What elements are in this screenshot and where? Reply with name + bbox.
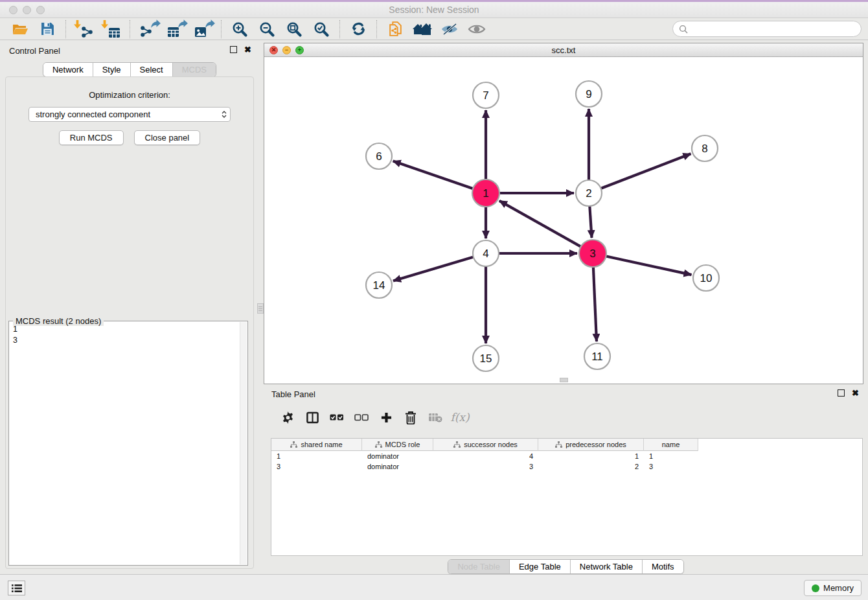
table-cell[interactable]: 1: [271, 452, 362, 460]
maximize-view-button[interactable]: +: [295, 46, 304, 54]
refresh-view-button[interactable]: [345, 19, 372, 39]
search-input[interactable]: [691, 24, 855, 34]
table-cell[interactable]: 1: [538, 452, 644, 460]
network-window-grip[interactable]: [560, 378, 568, 382]
zoom-selected-button[interactable]: [308, 19, 335, 39]
zoom-in-button[interactable]: [226, 19, 253, 39]
table-cell[interactable]: 3: [644, 463, 698, 470]
graph-node-2[interactable]: 2: [576, 180, 602, 206]
graph-edge-3-1[interactable]: [499, 201, 582, 248]
show-columns-button[interactable]: [300, 408, 325, 427]
plus-icon: [381, 412, 392, 423]
graph-node-4[interactable]: 4: [473, 240, 499, 266]
table-cell[interactable]: dominator: [362, 452, 433, 460]
close-window-button[interactable]: [9, 6, 17, 14]
deselect-all-button[interactable]: [349, 408, 374, 427]
network-canvas[interactable]: 7968124314101511: [264, 57, 863, 384]
eye-slash-icon: [440, 23, 459, 36]
graph-node-9[interactable]: 9: [576, 81, 602, 107]
minimize-window-button[interactable]: [23, 6, 31, 14]
memory-button[interactable]: Memory: [804, 580, 862, 596]
panel-splitter-grip[interactable]: [257, 303, 264, 314]
export-image-button[interactable]: [189, 19, 216, 39]
delete-column-button[interactable]: [398, 408, 423, 427]
float-panel-icon[interactable]: [230, 46, 237, 53]
column-header-name[interactable]: name: [644, 439, 698, 451]
column-header-MCDS-role[interactable]: MCDS role: [362, 439, 433, 451]
graph-edge-1-6[interactable]: [393, 161, 474, 189]
tab-node-table[interactable]: Node Table: [448, 560, 510, 573]
table-panel-controls: ✖: [838, 389, 859, 397]
function-builder-button[interactable]: f(x): [448, 408, 472, 427]
close-view-button[interactable]: ✕: [269, 46, 278, 54]
table-row[interactable]: 3dominator323: [271, 461, 862, 472]
tab-motifs[interactable]: Motifs: [643, 560, 683, 573]
float-panel-icon[interactable]: [838, 389, 845, 397]
select-all-button[interactable]: [325, 408, 349, 427]
show-all-button[interactable]: [463, 19, 490, 39]
tab-edge-table[interactable]: Edge Table: [510, 560, 571, 573]
tab-network-table[interactable]: Network Table: [571, 560, 643, 573]
first-neighbors-button[interactable]: [409, 19, 436, 39]
tab-select[interactable]: Select: [131, 63, 173, 76]
maximize-window-button[interactable]: [36, 6, 45, 14]
graph-node-8[interactable]: 8: [692, 135, 718, 161]
close-panel-icon[interactable]: ✖: [244, 46, 251, 53]
export-table-button[interactable]: [162, 19, 189, 39]
column-header-successor-nodes[interactable]: successor nodes: [433, 439, 538, 451]
network-window-titlebar[interactable]: ✕ − + scc.txt: [264, 43, 863, 57]
graph-node-label: 4: [483, 248, 488, 260]
clone-network-button[interactable]: [382, 19, 409, 39]
zoom-fit-button[interactable]: [280, 19, 308, 39]
graph-edge-3-11[interactable]: [593, 266, 597, 341]
save-session-button[interactable]: [34, 19, 61, 39]
graph-node-6[interactable]: 6: [366, 143, 392, 169]
result-scrollbar[interactable]: [240, 322, 247, 564]
run-mcds-button[interactable]: Run MCDS: [59, 130, 124, 145]
export-network-button[interactable]: [135, 19, 162, 39]
add-column-button[interactable]: [374, 408, 398, 427]
import-table-button[interactable]: [98, 19, 125, 39]
control-panel-title: Control Panel: [9, 46, 60, 56]
graph-edge-3-10[interactable]: [605, 256, 692, 275]
table-row[interactable]: 1dominator411: [271, 451, 862, 461]
import-arrow-icon: [74, 19, 81, 31]
tab-style[interactable]: Style: [93, 63, 131, 76]
delete-table-button[interactable]: [423, 408, 448, 427]
task-history-button[interactable]: [8, 581, 25, 595]
graph-node-10[interactable]: 10: [693, 265, 719, 291]
graph-node-15[interactable]: 15: [473, 345, 499, 371]
graph-edge-2-3[interactable]: [589, 205, 591, 238]
table-cell[interactable]: 3: [433, 463, 538, 470]
table-cell[interactable]: 2: [538, 463, 644, 470]
refresh-icon: [350, 21, 367, 37]
close-panel-button[interactable]: Close panel: [134, 130, 201, 145]
tab-mcds[interactable]: MCDS: [173, 63, 216, 76]
graph-node-1[interactable]: 1: [472, 179, 499, 207]
graph-node-3[interactable]: 3: [579, 240, 606, 267]
column-header-shared-name[interactable]: shared name: [271, 439, 362, 451]
graph-edge-4-14[interactable]: [393, 257, 475, 281]
table-cell[interactable]: dominator: [362, 463, 433, 470]
open-session-button[interactable]: [6, 19, 34, 39]
network-graph[interactable]: 7968124314101511: [264, 57, 863, 384]
table-cell[interactable]: 3: [271, 463, 362, 470]
column-header-predecessor-nodes[interactable]: predecessor nodes: [538, 439, 644, 451]
graph-node-14[interactable]: 14: [366, 272, 392, 298]
table-settings-button[interactable]: [275, 408, 300, 427]
table-cell[interactable]: 1: [644, 452, 698, 460]
mcds-result-text[interactable]: 1 3: [13, 324, 237, 562]
table-cell[interactable]: 4: [433, 452, 538, 460]
import-network-button[interactable]: [71, 19, 98, 39]
hide-selected-button[interactable]: [436, 19, 463, 39]
graph-node-11[interactable]: 11: [584, 343, 610, 369]
graph-edge-2-8[interactable]: [600, 154, 691, 189]
graph-node-7[interactable]: 7: [473, 82, 499, 108]
close-panel-icon[interactable]: ✖: [852, 389, 859, 397]
optimization-criterion-select[interactable]: strongly connected component: [29, 107, 231, 122]
main-area: Control Panel ✖ NetworkStyleSelectMCDS O…: [0, 40, 868, 574]
main-toolbar: [0, 18, 868, 40]
tab-network[interactable]: Network: [43, 63, 93, 76]
minimize-view-button[interactable]: −: [282, 46, 291, 54]
zoom-out-button[interactable]: [253, 19, 280, 39]
